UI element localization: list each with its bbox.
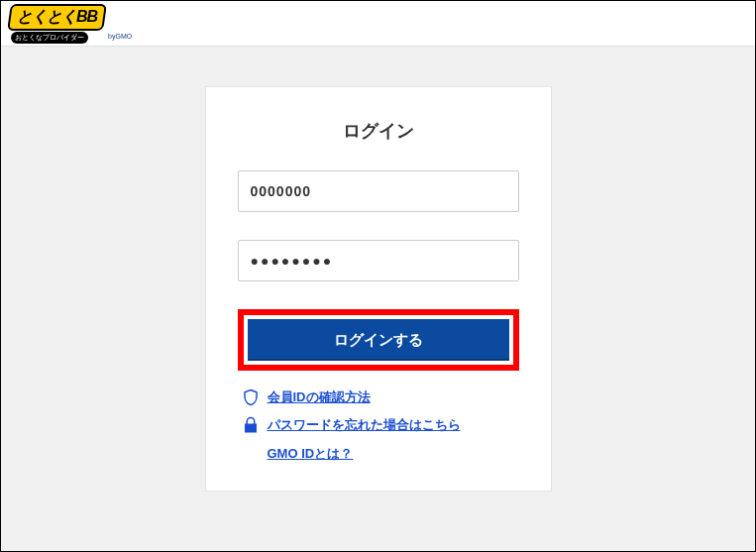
logo-badge: とくとくBB [7, 4, 107, 31]
member-id-input[interactable] [238, 170, 519, 212]
help-links: 会員IDの確認方法 パスワードを忘れた場合はこちら GMO IDとは？ [238, 388, 519, 463]
login-card: ログイン ログインする 会員IDの確認方法 パスワードを忘れた場合はこちら GM… [205, 86, 552, 492]
login-title: ログイン [238, 119, 519, 143]
shield-icon [242, 388, 260, 406]
confirm-id-row: 会員IDの確認方法 [242, 388, 519, 406]
forgot-pw-row: パスワードを忘れた場合はこちら [242, 416, 519, 434]
gmo-id-row: GMO IDとは？ [242, 444, 519, 463]
confirm-id-link[interactable]: 会員IDの確認方法 [268, 388, 371, 406]
logo-subtitle: おとくなプロバイダー [11, 32, 88, 44]
login-button[interactable]: ログインする [248, 319, 509, 361]
brand-logo: とくとくBB おとくなプロバイダー byGMO [9, 4, 132, 44]
logo-text: とくとくBB [17, 7, 97, 28]
logo-gmo-text: byGMO [108, 33, 132, 40]
main-area: ログイン ログインする 会員IDの確認方法 パスワードを忘れた場合はこちら GM… [1, 47, 755, 492]
lock-icon [242, 416, 260, 434]
forgot-password-link[interactable]: パスワードを忘れた場合はこちら [268, 416, 461, 434]
login-button-highlight: ログインする [238, 309, 519, 371]
gmo-id-link[interactable]: GMO IDとは？ [268, 446, 354, 461]
header: とくとくBB おとくなプロバイダー byGMO [1, 1, 755, 47]
password-input[interactable] [238, 240, 519, 281]
